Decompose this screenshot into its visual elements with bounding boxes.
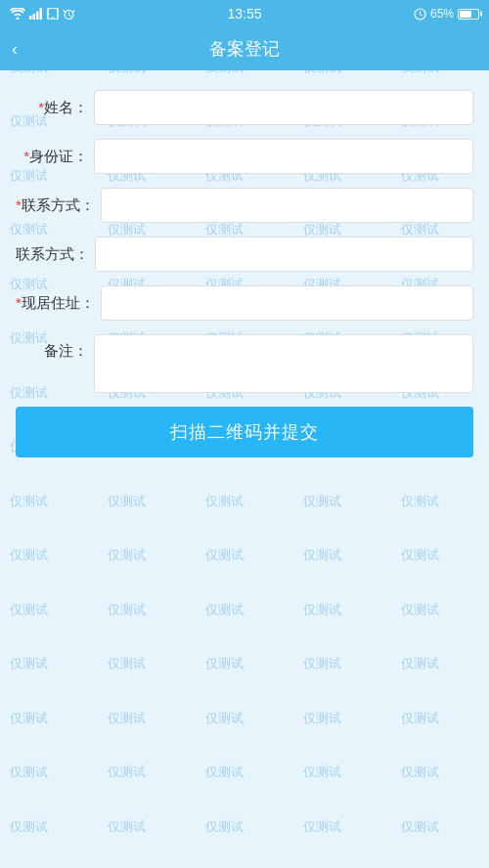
- input-note[interactable]: [94, 334, 473, 393]
- phone-icon: [47, 8, 59, 20]
- label-contact1: *联系方式：: [16, 196, 101, 215]
- svg-rect-2: [36, 12, 39, 21]
- status-right: 65%: [414, 7, 479, 21]
- svg-rect-3: [40, 8, 43, 20]
- label-contact2: 联系方式：: [16, 245, 95, 264]
- label-address: *现居住址：: [16, 294, 101, 313]
- input-idcard[interactable]: [94, 139, 473, 174]
- status-bar: 13:55 65%: [0, 0, 489, 27]
- clock-icon: [414, 8, 426, 21]
- back-button[interactable]: ‹: [12, 39, 18, 60]
- input-contact2[interactable]: [95, 237, 473, 272]
- svg-rect-1: [33, 14, 36, 20]
- form-row-contact1: *联系方式：: [16, 188, 473, 223]
- input-contact1[interactable]: [101, 188, 473, 223]
- status-time: 13:55: [227, 6, 261, 22]
- form-row-contact2: 联系方式：: [16, 237, 473, 272]
- label-idcard: *身份证：: [16, 148, 94, 166]
- label-name: *姓名：: [16, 99, 94, 117]
- status-left: [10, 8, 75, 20]
- signal-icon: [29, 8, 43, 20]
- alarm-icon: [63, 8, 75, 20]
- nav-bar: ‹ 备案登记: [0, 27, 489, 70]
- svg-rect-0: [29, 16, 32, 20]
- battery-icon: [458, 9, 479, 20]
- input-address[interactable]: [101, 285, 473, 321]
- form-row-idcard: *身份证：: [16, 139, 473, 174]
- form-row-address: *现居住址：: [16, 285, 473, 321]
- form-row-note: 备注：: [16, 334, 473, 393]
- label-note: 备注：: [16, 334, 94, 361]
- page-title: 备案登记: [209, 37, 280, 61]
- wifi-icon: [10, 8, 25, 20]
- form-container: *姓名： *身份证： *联系方式： 联系方式： *现居住址： 备注： 扫描二维码…: [0, 70, 489, 457]
- battery-percent: 65%: [430, 7, 454, 21]
- form-row-name: *姓名：: [16, 90, 473, 125]
- svg-rect-5: [51, 18, 55, 19]
- submit-button[interactable]: 扫描二维码并提交: [16, 407, 473, 457]
- input-name[interactable]: [94, 90, 473, 125]
